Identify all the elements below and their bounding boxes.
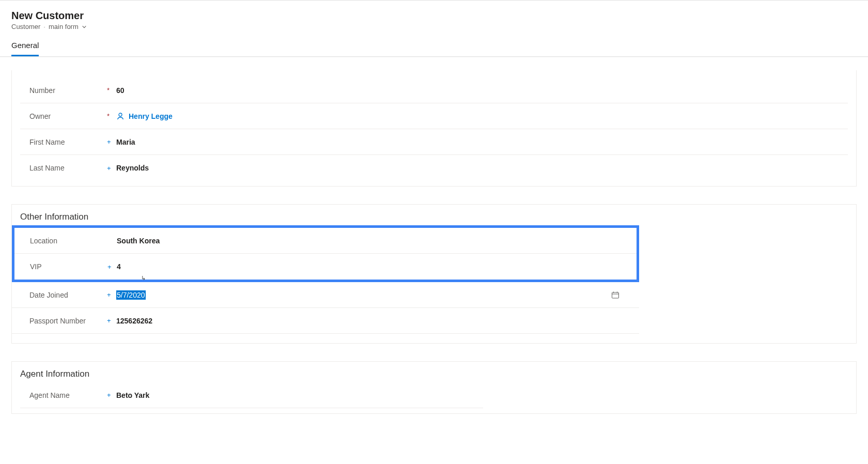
- field-passport-number[interactable]: Passport Number + 125626262: [12, 308, 639, 334]
- field-label: Date Joined: [29, 291, 107, 299]
- required-mark: *: [107, 112, 116, 120]
- recommended-mark: +: [107, 164, 116, 172]
- entity-name: Customer: [11, 23, 40, 30]
- tab-general[interactable]: General: [11, 38, 39, 56]
- field-value[interactable]: Maria: [116, 136, 839, 148]
- field-location[interactable]: Location South Korea: [14, 228, 637, 254]
- field-value[interactable]: Henry Legge: [116, 110, 839, 122]
- page-title: New Customer: [11, 10, 857, 22]
- owner-lookup-link[interactable]: Henry Legge: [116, 112, 173, 120]
- recommended-mark: +: [107, 317, 116, 324]
- field-owner[interactable]: Owner * Henry Legge: [20, 103, 848, 129]
- field-label: Location: [30, 237, 107, 245]
- field-label: Passport Number: [29, 317, 107, 325]
- field-label: Agent Name: [29, 391, 107, 399]
- svg-rect-1: [612, 292, 619, 298]
- section-other-information: Other Information Location South Korea V…: [11, 204, 857, 344]
- required-mark: *: [107, 86, 116, 94]
- field-value[interactable]: 60: [116, 84, 839, 97]
- field-value[interactable]: Beto Yark: [116, 389, 474, 401]
- field-last-name[interactable]: Last Name + Reynolds: [20, 155, 848, 181]
- person-icon: [116, 112, 125, 120]
- section-title: Other Information: [12, 205, 856, 225]
- field-label: Last Name: [29, 164, 107, 172]
- page-root: New Customer Customer · main form Genera…: [0, 0, 868, 452]
- highlighted-region: Location South Korea VIP + 4: [12, 225, 639, 282]
- form-header: New Customer Customer · main form Genera…: [0, 0, 868, 57]
- form-selector[interactable]: main form: [49, 23, 87, 30]
- section-general: Number * 60 Owner * Henry Legge First Na…: [11, 70, 857, 187]
- date-value-selected[interactable]: 5/7/2020: [116, 290, 146, 300]
- recommended-mark: +: [107, 263, 117, 271]
- field-agent-name[interactable]: Agent Name + Beto Yark: [20, 382, 483, 408]
- chevron-down-icon: [82, 24, 87, 29]
- recommended-mark: +: [107, 391, 116, 399]
- tab-list: General: [11, 38, 857, 56]
- field-date-joined[interactable]: ↳ Date Joined + 5/7/2020: [12, 282, 639, 308]
- field-first-name[interactable]: First Name + Maria: [20, 129, 848, 155]
- field-label: Number: [29, 86, 107, 95]
- breadcrumb-dot: ·: [43, 23, 45, 30]
- recommended-mark: +: [107, 291, 116, 299]
- owner-name: Henry Legge: [129, 112, 173, 120]
- field-value[interactable]: 125626262: [116, 315, 630, 327]
- field-number[interactable]: Number * 60: [20, 78, 848, 103]
- recommended-mark: +: [107, 138, 116, 146]
- form-selector-label: main form: [49, 23, 79, 30]
- breadcrumb: Customer · main form: [11, 23, 857, 30]
- field-value[interactable]: Reynolds: [116, 162, 839, 174]
- calendar-icon[interactable]: [611, 291, 619, 299]
- svg-point-0: [119, 113, 122, 116]
- section-title: Agent Information: [12, 362, 856, 382]
- form-body: Number * 60 Owner * Henry Legge First Na…: [0, 57, 868, 452]
- field-vip[interactable]: VIP + 4: [14, 254, 637, 280]
- field-label: First Name: [29, 138, 107, 146]
- field-label: Owner: [29, 112, 107, 120]
- field-value[interactable]: South Korea: [117, 235, 627, 247]
- field-value[interactable]: 5/7/2020: [116, 288, 630, 302]
- section-other-body: Location South Korea VIP + 4 ↳ Date Join…: [12, 225, 639, 334]
- field-label: VIP: [30, 262, 107, 271]
- field-value[interactable]: 4: [117, 260, 627, 273]
- section-agent-information: Agent Information Agent Name + Beto Yark: [11, 361, 857, 414]
